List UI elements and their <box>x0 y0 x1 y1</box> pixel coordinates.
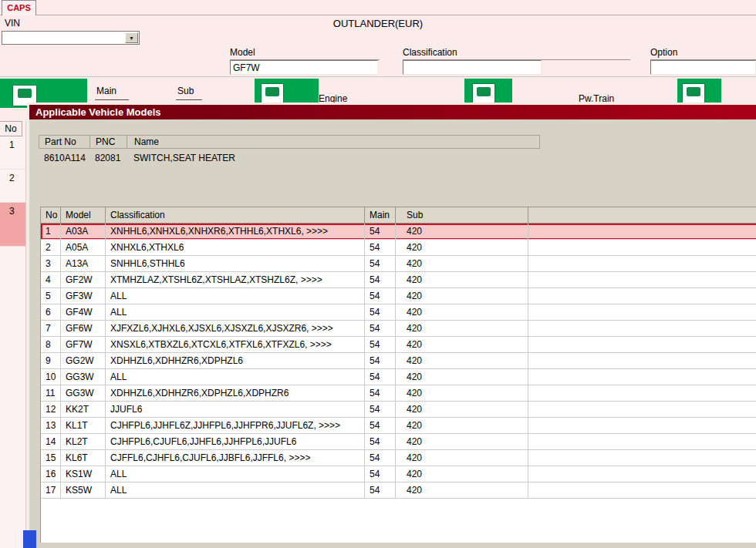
sub-tab-label[interactable]: Sub <box>177 86 194 96</box>
table-row[interactable]: 14KL2TCJHFPL6,CJUFL6,JJHFL6,JJHFPL6,JJUF… <box>41 434 756 450</box>
toolbar-button-engine[interactable] <box>261 83 284 105</box>
cell-sub: 420 <box>396 256 528 272</box>
table-row[interactable]: 7GF6WXJFXZL6,XJHXL6,XJSXL6,XJSXZL6,XJSXZ… <box>41 321 756 337</box>
table-row[interactable]: 13KL1TCJHFPL6,JJHFL6Z,JJHFPL6,JJHFPR6,JJ… <box>41 418 756 434</box>
table-header-row: No Model Classification Main Sub <box>41 207 756 224</box>
cell-filler <box>528 466 756 482</box>
classification-field-group: Classification <box>403 47 630 75</box>
vin-input[interactable] <box>2 32 124 44</box>
cell-no: 6 <box>41 304 61 321</box>
cell-sub: 420 <box>396 450 528 466</box>
option-input[interactable] <box>650 60 756 75</box>
table-row[interactable]: 10GG3WALL54420 <box>41 369 756 385</box>
table-row[interactable]: 8GF7WXNSXL6,XTBXZL6,XTCXL6,XTFXL6,XTFXZL… <box>41 337 756 353</box>
toolbar-button-body[interactable] <box>682 83 705 105</box>
dialog-titlebar[interactable]: Applicable Vehicle Models <box>29 105 756 119</box>
table-row[interactable]: 2A05AXNHXL6,XTHXL654420 <box>41 240 756 256</box>
no-row[interactable]: 2 <box>0 170 25 203</box>
cell-filler <box>528 224 756 240</box>
cell-main: 54 <box>365 240 396 256</box>
cell-main: 54 <box>365 304 396 321</box>
cell-model: GF6W <box>61 321 106 337</box>
table-row[interactable]: 12KK2TJJUFL654420 <box>41 402 756 418</box>
cell-classification: ALL <box>106 288 365 304</box>
table-row[interactable]: 11GG3WXDHHZL6,XDHHZR6,XDPHZL6,XDPHZR6544… <box>41 385 756 402</box>
cell-model: KS5W <box>61 482 106 499</box>
cell-sub: 420 <box>396 224 528 240</box>
table-row[interactable]: 15KL6TCJFFL6,CJHFL6,CJUFL6,JJBFL6,JJFFL6… <box>41 450 756 466</box>
no-row[interactable]: 1 <box>0 136 25 170</box>
classification-input[interactable] <box>403 60 542 75</box>
cell-filler <box>528 402 756 418</box>
header-sub: Sub <box>396 207 528 224</box>
dropdown-arrow-icon[interactable]: ▼ <box>125 32 138 43</box>
cell-model: GF4W <box>61 304 106 321</box>
cell-no: 1 <box>41 224 61 240</box>
cell-classification: ALL <box>106 369 365 385</box>
table-row[interactable]: 9GG2WXDHHZL6,XDHHZR6,XDPHZL654420 <box>41 353 756 369</box>
tab-caps-label: CAPS <box>7 3 31 12</box>
table-row[interactable]: 1A03AXNHHL6,XNHXL6,XNHXR6,XTHHL6,XTHXL6,… <box>41 224 756 240</box>
name-header: Name <box>127 136 539 148</box>
cell-sub: 420 <box>396 434 528 450</box>
cell-no: 7 <box>41 321 61 337</box>
cell-no: 14 <box>41 434 61 450</box>
cell-no: 12 <box>41 402 61 418</box>
cell-filler <box>528 418 756 434</box>
cell-model: A13A <box>61 256 106 272</box>
cell-sub: 420 <box>396 482 528 499</box>
model-input[interactable] <box>230 60 378 75</box>
cell-main: 54 <box>365 434 396 450</box>
applicable-models-dialog: Applicable Vehicle Models Part No PNC Na… <box>27 103 756 548</box>
cell-filler <box>528 482 756 499</box>
cell-sub: 420 <box>396 240 528 256</box>
part-icon <box>18 89 32 98</box>
cell-no: 4 <box>41 272 61 288</box>
caps-application-window: CAPS VIN ▼ OUTLANDER(EUR) Model Classifi… <box>0 0 756 548</box>
vin-combobox[interactable]: ▼ <box>2 31 140 45</box>
cell-sub: 420 <box>396 402 528 418</box>
no-row[interactable]: 3 <box>0 203 25 247</box>
cell-classification: SNHHL6,STHHL6 <box>106 256 365 272</box>
cell-filler <box>528 450 756 466</box>
option-label: Option <box>650 47 756 59</box>
cell-model: GF7W <box>61 337 106 353</box>
header-main: Main <box>365 207 396 224</box>
cell-sub: 420 <box>396 369 528 385</box>
cell-no: 16 <box>41 466 61 482</box>
cell-filler <box>528 256 756 272</box>
table-row[interactable]: 5GF3WALL54420 <box>41 288 756 304</box>
header-filler <box>528 207 756 224</box>
table-row[interactable]: 17KS5WALL54420 <box>41 482 756 499</box>
cell-model: GG3W <box>61 385 106 402</box>
no-column-header: No <box>0 121 22 136</box>
body-icon <box>687 87 700 96</box>
engine-icon <box>265 87 279 96</box>
cell-main: 54 <box>365 466 396 482</box>
model-label: Model <box>230 47 380 59</box>
cell-main: 54 <box>365 288 396 304</box>
cell-no: 17 <box>41 482 61 499</box>
part-no-value: 8610A114 <box>39 152 89 164</box>
table-row[interactable]: 16KS1WALL54420 <box>41 466 756 482</box>
table-row[interactable]: 3A13ASNHHL6,STHHL654420 <box>41 256 756 272</box>
cell-main: 54 <box>365 369 396 385</box>
tab-strip-line <box>0 15 756 15</box>
cell-main: 54 <box>365 482 396 499</box>
toolbar-button-powertrain[interactable] <box>472 83 495 105</box>
table-row[interactable]: 4GF2WXTMHZLAZ,XTSHL6Z,XTSHLAZ,XTSHZL6Z, … <box>41 272 756 288</box>
cell-no: 5 <box>41 288 61 304</box>
cell-main: 54 <box>365 353 396 369</box>
cell-no: 11 <box>41 385 61 402</box>
cell-model: KL1T <box>61 418 106 434</box>
cell-sub: 420 <box>396 288 528 304</box>
cell-no: 9 <box>41 353 61 369</box>
cell-model: KK2T <box>61 402 106 418</box>
blue-corner-fragment <box>23 530 36 548</box>
tab-caps[interactable]: CAPS <box>2 0 36 15</box>
cell-classification: ALL <box>106 466 365 482</box>
main-tab-label[interactable]: Main <box>96 86 116 96</box>
dialog-title: Applicable Vehicle Models <box>35 106 161 118</box>
table-row[interactable]: 6GF4WALL54420 <box>41 304 756 321</box>
cell-sub: 420 <box>396 337 528 353</box>
